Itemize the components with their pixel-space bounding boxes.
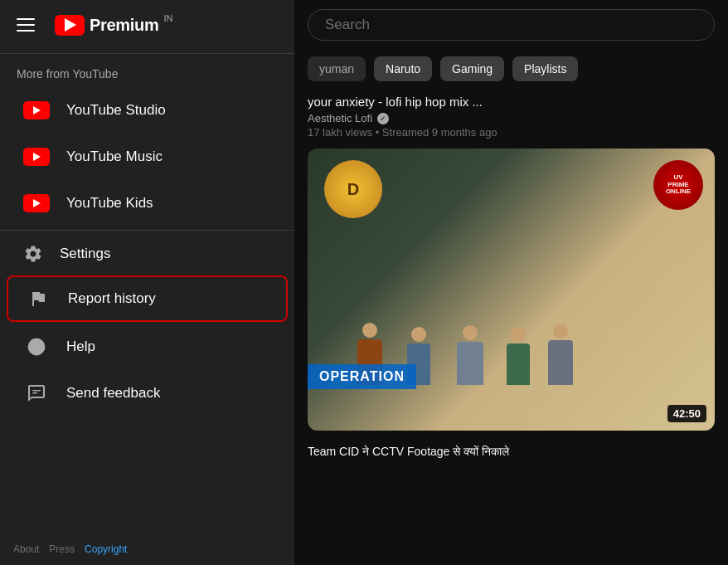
channel-name: Aesthetic Lofi xyxy=(308,112,372,124)
chip-yuman[interactable]: yuman xyxy=(308,56,366,81)
sidebar-item-send-feedback[interactable]: Send feedback xyxy=(7,372,288,415)
operation-banner: OPERATION xyxy=(308,364,416,389)
svg-rect-2 xyxy=(32,390,41,392)
divider-top xyxy=(0,53,294,54)
report-history-label: Report history xyxy=(68,290,156,307)
verified-badge-icon: ✓ xyxy=(377,113,389,124)
feedback-icon xyxy=(23,380,50,407)
youtube-kids-icon xyxy=(23,190,50,217)
sidebar-footer: About Press Copyright xyxy=(0,533,294,565)
divider-mid xyxy=(0,230,294,231)
person-figure-3 xyxy=(457,325,483,385)
sidebar-header: Premium IN xyxy=(0,0,294,50)
video-meta: 17 lakh views • Streamed 9 months ago xyxy=(308,126,715,139)
youtube-kids-label: YouTube Kids xyxy=(66,195,153,212)
chip-playlists[interactable]: Playlists xyxy=(512,56,578,81)
premium-badge: IN xyxy=(164,13,173,23)
youtube-music-icon xyxy=(23,144,50,170)
sidebar-item-youtube-music[interactable]: YouTube Music xyxy=(7,135,288,178)
section-more-from: More from YouTube xyxy=(0,57,294,87)
send-feedback-label: Send feedback xyxy=(66,385,160,402)
flag-icon xyxy=(25,285,51,312)
person-figure-4 xyxy=(507,327,530,385)
sidebar: Premium IN More from YouTube YouTube Stu… xyxy=(0,0,294,565)
cid-badge-icon: D xyxy=(324,160,382,218)
sidebar-item-report-history[interactable]: Report history xyxy=(7,275,288,322)
video-thumbnail[interactable]: D UVPRIMEONLINE xyxy=(308,149,715,431)
main-content: Search yuman Naruto Gaming Playlists you… xyxy=(294,0,728,565)
video-title-full: Team CID ने CCTV Footage से क्यों निकाले xyxy=(294,437,728,460)
streamed-time: Streamed 9 months ago xyxy=(382,126,497,139)
footer-link-about[interactable]: About xyxy=(13,543,39,555)
settings-label: Settings xyxy=(60,246,110,262)
thumbnail-image: D UVPRIMEONLINE xyxy=(308,149,715,431)
channel-info: Aesthetic Lofi ✓ xyxy=(308,112,715,124)
search-bar-area: Search xyxy=(294,0,728,50)
youtube-logo-icon xyxy=(55,15,85,36)
chip-naruto[interactable]: Naruto xyxy=(374,56,432,81)
overlay-logo: UVPRIMEONLINE xyxy=(653,160,703,210)
footer-link-press[interactable]: Press xyxy=(49,543,75,555)
video-title-truncated: your anxiety - lofi hip hop mix ... xyxy=(308,95,715,109)
help-icon: ? xyxy=(23,334,50,360)
youtube-studio-label: YouTube Studio xyxy=(66,102,166,119)
view-count: 17 lakh views xyxy=(308,126,372,139)
duration-badge: 42:50 xyxy=(667,405,706,422)
help-label: Help xyxy=(66,339,95,355)
sidebar-item-settings[interactable]: Settings xyxy=(7,236,288,272)
scene-background: D UVPRIMEONLINE xyxy=(308,149,715,431)
svg-rect-3 xyxy=(32,392,37,394)
sidebar-item-youtube-studio[interactable]: YouTube Studio xyxy=(7,89,288,132)
filter-chips: yuman Naruto Gaming Playlists xyxy=(294,50,728,88)
sidebar-item-youtube-kids[interactable]: YouTube Kids xyxy=(7,182,288,225)
logo-text: Premium xyxy=(90,16,159,35)
sidebar-item-help[interactable]: ? Help xyxy=(7,325,288,368)
svg-text:?: ? xyxy=(33,341,40,353)
settings-icon xyxy=(23,244,43,264)
youtube-music-label: YouTube Music xyxy=(66,149,163,165)
youtube-studio-icon xyxy=(23,97,50,124)
logo-area[interactable]: Premium IN xyxy=(55,15,173,36)
search-placeholder: Search xyxy=(325,17,370,33)
search-bar[interactable]: Search xyxy=(308,9,715,41)
hamburger-menu[interactable] xyxy=(13,15,38,35)
video-info-section: your anxiety - lofi hip hop mix ... Aest… xyxy=(294,88,728,142)
person-figure-5 xyxy=(548,324,573,385)
separator: • xyxy=(376,126,382,139)
footer-link-copyright[interactable]: Copyright xyxy=(85,543,127,555)
chip-gaming[interactable]: Gaming xyxy=(440,56,504,81)
